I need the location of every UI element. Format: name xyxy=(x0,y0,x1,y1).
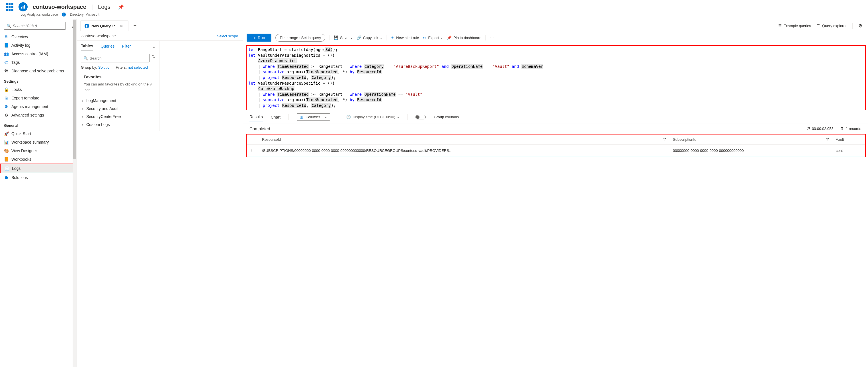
groupby-value[interactable]: Solution xyxy=(98,65,112,69)
query-tab-label: New Query 1* xyxy=(91,24,115,28)
nav-icon: 🎨 xyxy=(4,149,8,153)
sidebar-item-workbooks[interactable]: 📙Workbooks xyxy=(0,155,76,163)
tree-item-securitycenterfree[interactable]: SecurityCenterFree xyxy=(81,113,155,121)
pin-dashboard-button[interactable]: 📌Pin to dashboard xyxy=(447,35,481,40)
sidebar-item-access-control-iam-[interactable]: 👥Access control (IAM) xyxy=(0,50,76,58)
chevron-down-icon: ⌄ xyxy=(397,115,399,119)
panel-tab-tables[interactable]: Tables xyxy=(81,43,93,51)
copy-link-button[interactable]: 🔗Copy link⌄ xyxy=(356,35,382,40)
sidebar-item-solutions[interactable]: ⬢Solutions xyxy=(0,173,76,182)
workspace-logo-icon xyxy=(19,2,28,11)
workspace-title: contoso-workspace xyxy=(33,4,86,10)
panel-search-input[interactable] xyxy=(90,56,147,60)
svg-rect-0 xyxy=(21,7,22,8)
filters-value[interactable]: not selected xyxy=(128,65,148,69)
sidebar-item-locks[interactable]: 🔒Locks xyxy=(0,85,76,94)
close-tab-icon[interactable]: ✕ xyxy=(120,24,123,28)
example-queries-link[interactable]: ☷Example queries xyxy=(778,24,811,28)
sidebar-item-workspace-summary[interactable]: 📊Workspace summary xyxy=(0,138,76,147)
nav-label: Advanced settings xyxy=(11,113,44,117)
chart-tab[interactable]: Chart xyxy=(271,113,280,121)
chevron-down-icon: ⌄ xyxy=(350,36,352,39)
sidebar-search-input[interactable] xyxy=(13,24,63,28)
save-icon: 💾 xyxy=(334,35,338,40)
nav-icon: 📄 xyxy=(5,166,9,171)
tree-item-logmanagement[interactable]: LogManagement xyxy=(81,97,155,104)
panel-collapse-icon[interactable]: « xyxy=(153,45,155,49)
nav-label: Access control (IAM) xyxy=(11,52,48,56)
nav-icon: 📊 xyxy=(4,140,8,145)
export-icon: ↦ xyxy=(423,35,427,40)
sidebar-scrollbar[interactable] xyxy=(73,19,76,367)
filter-icon[interactable]: ⧩ xyxy=(663,137,666,141)
panel-tab-filter[interactable]: Filter xyxy=(122,44,131,50)
plus-icon: ＋ xyxy=(391,35,395,40)
tables-panel: Tables Queries Filter « 🔍 ⇅ xyxy=(77,41,159,131)
panel-tab-queries[interactable]: Queries xyxy=(100,44,115,50)
time-range-pill[interactable]: Time range : Set in query xyxy=(275,34,326,41)
sidebar-item-export-template[interactable]: ⎘Export template xyxy=(0,94,76,102)
run-button[interactable]: ▷ Run xyxy=(247,34,271,41)
col-resourceid[interactable]: ResourceId⧩ xyxy=(258,134,669,145)
group-columns-toggle[interactable] xyxy=(415,115,426,119)
info-icon[interactable]: i xyxy=(62,12,66,17)
sidebar-search[interactable]: 🔍 xyxy=(4,22,66,30)
nav-label: Workspace summary xyxy=(11,140,49,145)
sidebar-item-quick-start[interactable]: 🚀Quick Start xyxy=(0,129,76,138)
nav-label: Tags xyxy=(11,60,20,65)
search-icon: 🔍 xyxy=(6,24,11,28)
columns-button[interactable]: ▥ Columns ⌄ xyxy=(297,114,330,121)
nav-label: View Designer xyxy=(11,149,37,153)
title-separator: | xyxy=(90,4,95,10)
query-tab[interactable]: ▮ New Query 1* ✕ xyxy=(80,21,128,31)
nav-label: Workbooks xyxy=(11,157,31,161)
sidebar-item-advanced-settings[interactable]: ⚙Advanced settings xyxy=(0,111,76,119)
add-tab-button[interactable]: + xyxy=(130,21,141,31)
scope-name: contoso-workspace xyxy=(82,34,116,38)
query-explorer-link[interactable]: 🗔Query explorer xyxy=(817,24,847,28)
page-header: contoso-workspace | Logs 📌 xyxy=(0,0,868,12)
sort-icon[interactable]: ⇅ xyxy=(152,54,155,59)
sidebar-item-view-designer[interactable]: 🎨View Designer xyxy=(0,147,76,155)
nav-icon: ⚙ xyxy=(4,104,8,109)
tree-item-security-and-audit[interactable]: Security and Audit xyxy=(81,104,155,113)
new-alert-button[interactable]: ＋New alert rule xyxy=(391,35,419,40)
export-button[interactable]: ↦Export⌄ xyxy=(423,35,443,40)
sidebar-item-tags[interactable]: 🏷Tags xyxy=(0,58,76,67)
col-subscriptionid[interactable]: SubscriptionId⧩ xyxy=(669,134,832,145)
table-row[interactable]: 〉 /SUBSCRIPTIONS/00000000-0000-0000-0000… xyxy=(247,145,865,156)
sidebar-item-activity-log[interactable]: 📘Activity log xyxy=(0,41,76,50)
sidebar-item-overview[interactable]: 🖥Overview xyxy=(0,32,76,41)
nav-label: Diagnose and solve problems xyxy=(11,69,64,73)
nav-icon: 🚀 xyxy=(4,131,8,136)
section-title: Logs xyxy=(98,4,110,10)
filter-icon[interactable]: ⧩ xyxy=(826,137,829,141)
nav-icon: 📘 xyxy=(4,43,8,48)
expand-row-icon[interactable]: 〉 xyxy=(247,145,258,156)
sidebar-item-logs[interactable]: 📄Logs xyxy=(0,163,76,173)
svg-rect-2 xyxy=(24,5,25,8)
favorites-title: Favorites xyxy=(81,75,155,79)
settings-gear-icon[interactable]: ⚙ xyxy=(858,23,862,29)
results-tab[interactable]: Results xyxy=(249,113,263,121)
save-button[interactable]: 💾Save⌄ xyxy=(334,35,352,40)
svg-rect-1 xyxy=(23,6,24,8)
sidebar-item-diagnose-and-solve-problems[interactable]: 🛠Diagnose and solve problems xyxy=(0,67,76,75)
tree-item-custom-logs[interactable]: Custom Logs xyxy=(81,121,155,128)
display-time[interactable]: 🕒Display time (UTC+00:00)⌄ xyxy=(346,115,399,119)
play-icon: ▷ xyxy=(253,35,256,40)
col-vault[interactable]: Vault xyxy=(832,134,865,145)
chevron-down-icon: ⌄ xyxy=(440,36,443,39)
query-tab-icon: ▮ xyxy=(85,24,89,28)
select-scope-link[interactable]: Select scope xyxy=(217,34,238,38)
nav-label: Solutions xyxy=(11,175,28,180)
query-editor[interactable]: let RangeStart = startofday(ago(3d));let… xyxy=(247,46,865,110)
more-menu[interactable]: ⋯ xyxy=(490,34,495,41)
records-icon: 🗎 xyxy=(840,126,844,131)
cell-resourceid: /SUBSCRIPTIONS/00000000-0000-0000-0000-0… xyxy=(258,145,669,156)
pin-icon[interactable]: 📌 xyxy=(118,4,124,10)
sidebar-item-agents-management[interactable]: ⚙Agents management xyxy=(0,102,76,111)
chevron-down-icon: ⌄ xyxy=(324,115,327,119)
panel-search[interactable]: 🔍 xyxy=(81,54,150,62)
link-icon: 🔗 xyxy=(356,35,361,40)
